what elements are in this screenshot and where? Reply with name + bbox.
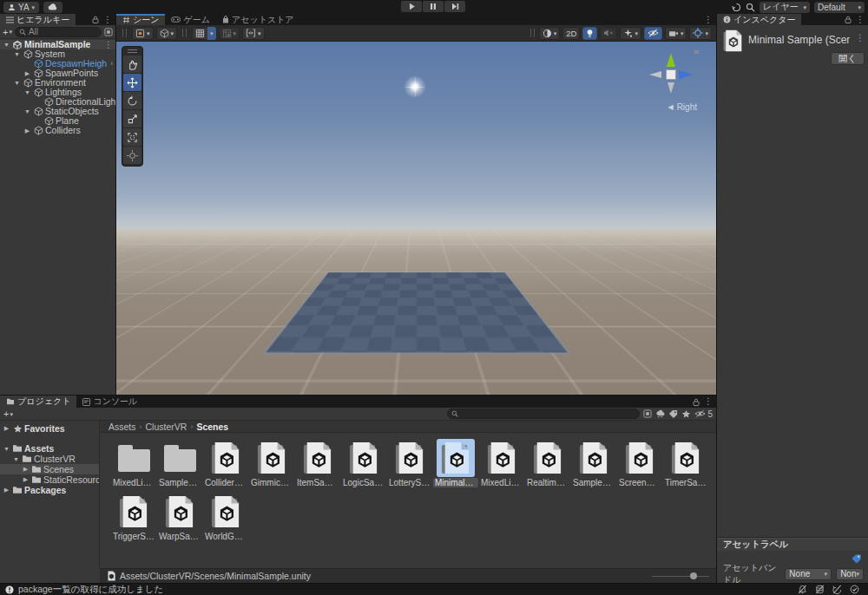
tab-inspector[interactable]: インスペクター (717, 14, 801, 25)
foldout-arrow[interactable]: ▶ (22, 476, 30, 483)
foldout-arrow[interactable]: ▶ (3, 425, 10, 432)
create-asset-button[interactable]: +▾ (3, 409, 13, 419)
hierarchy-item[interactable]: ▶SpawnPoints (0, 69, 115, 78)
foldout-arrow[interactable]: ▼ (3, 40, 10, 49)
panel-menu-icon[interactable]: ⋮ (704, 16, 713, 24)
tab-project[interactable]: プロジェクト (0, 396, 76, 408)
lock-icon[interactable] (92, 16, 99, 23)
slider-knob[interactable] (690, 572, 697, 579)
foldout-arrow[interactable]: ▼ (23, 88, 31, 97)
rect-tool-button[interactable] (123, 128, 141, 146)
tab-scene[interactable]: シーン (116, 14, 165, 25)
undo-history-icon[interactable] (732, 3, 741, 12)
2d-mode-button[interactable]: 2D (562, 27, 580, 40)
tab-console[interactable]: コンソール (76, 396, 143, 408)
lock-icon[interactable] (693, 398, 700, 406)
foldout-arrow[interactable]: ▼ (13, 49, 21, 59)
audio-mute-button[interactable] (600, 27, 617, 40)
orientation-gizmo[interactable] (643, 47, 699, 102)
foldout-arrow[interactable]: ▼ (3, 446, 10, 452)
asset-item[interactable]: MinimalS… (433, 439, 478, 487)
search-by-type-icon[interactable] (655, 409, 665, 418)
layout-dropdown[interactable]: Default▾ (814, 2, 865, 13)
hierarchy-item[interactable]: ▼MinimalSample⋮ (0, 40, 115, 49)
project-tree-item[interactable]: ▶Favorites (0, 423, 99, 434)
component-tools-button[interactable]: ▾ (689, 27, 712, 40)
cache-server-disabled-icon[interactable] (815, 585, 825, 594)
panel-menu-icon[interactable]: ⋮ (704, 397, 713, 406)
foldout-arrow[interactable]: ▼ (23, 107, 31, 116)
asset-item[interactable]: ScreenSa… (617, 439, 662, 487)
asset-item[interactable]: TriggerSa… (111, 493, 156, 541)
hierarchy-item[interactable]: DespawnHeigh› (0, 59, 115, 69)
notifications-muted-icon[interactable] (798, 585, 807, 594)
activity-ok-icon[interactable] (850, 585, 859, 594)
foldout-arrow[interactable]: ▶ (22, 466, 30, 473)
project-tree-item[interactable]: ▼ClusterVR (0, 454, 99, 464)
asset-item[interactable]: GimmickS… (249, 439, 294, 487)
hierarchy-item[interactable]: ▼System (0, 49, 115, 59)
window-picker-icon[interactable] (104, 28, 113, 36)
panel-menu-icon[interactable]: ⋮ (856, 16, 865, 24)
move-tool-button[interactable] (123, 74, 141, 91)
asset-item[interactable]: RealtimeL… (525, 439, 570, 487)
tool-settings-button[interactable]: ▾ (132, 27, 154, 40)
scene-visibility-button[interactable] (644, 27, 662, 40)
breadcrumb-item[interactable]: Assets (108, 422, 136, 432)
gizmo-center-cube[interactable] (666, 69, 676, 80)
header-menu-icon[interactable]: ⋮ (856, 29, 865, 42)
label-tag-icon[interactable] (851, 553, 862, 565)
transform-tool-button[interactable] (123, 147, 141, 164)
asset-item[interactable]: SampleSc… (571, 439, 616, 487)
gizmo-y-axis[interactable] (667, 53, 675, 67)
layers-dropdown[interactable]: レイヤー▾ (760, 2, 810, 13)
grid-snapping-button[interactable]: ▾ (219, 27, 240, 40)
asset-item[interactable]: ColliderS… (203, 439, 248, 487)
foldout-arrow[interactable]: ▶ (3, 487, 10, 494)
project-search-input[interactable] (461, 409, 635, 419)
prefab-open-arrow-icon[interactable]: › (110, 59, 113, 69)
asset-item[interactable]: MixedLight… (111, 439, 156, 487)
view-orientation-label[interactable]: ◀ Right (667, 102, 697, 112)
play-button[interactable] (401, 1, 422, 12)
hierarchy-item[interactable]: ▼Environment (0, 78, 115, 88)
project-tree-item[interactable]: ▶Packages (0, 485, 99, 495)
cloud-button[interactable] (43, 2, 62, 13)
hidden-packages-toggle[interactable]: 5 (694, 409, 713, 419)
overlay-handle[interactable] (128, 49, 137, 53)
asset-item[interactable]: LogicSamp… (341, 439, 386, 487)
asset-item[interactable]: WorldGate… (203, 493, 248, 541)
hierarchy-item[interactable]: Plane (0, 116, 115, 126)
rotate-tool-button[interactable] (123, 92, 141, 109)
asset-item[interactable]: LotterySa… (387, 439, 432, 487)
scale-tool-button[interactable] (123, 110, 141, 128)
project-tree-item[interactable]: ▼Assets (0, 443, 99, 454)
step-button[interactable] (444, 1, 465, 12)
account-button[interactable]: YA ▾ (3, 2, 39, 13)
project-search[interactable] (447, 409, 640, 419)
project-tree-item[interactable]: ▶Scenes (0, 464, 99, 474)
grid-visibility-button[interactable]: ▾ (192, 27, 216, 40)
toolbar-handle[interactable] (530, 29, 535, 37)
search-icon[interactable] (746, 3, 755, 12)
thumbnail-zoom-slider[interactable] (652, 572, 709, 580)
hierarchy-item[interactable]: ▼StaticObjects (0, 107, 115, 116)
asset-labels-header[interactable]: アセットラベル (717, 538, 868, 551)
plane-object[interactable] (266, 272, 568, 352)
window-picker-icon[interactable] (643, 409, 652, 418)
panel-menu-icon[interactable]: ⋮ (103, 16, 112, 24)
toolbar-handle[interactable] (122, 29, 127, 37)
tab-asset-store[interactable]: アセットストア (216, 14, 300, 25)
snap-increment-button[interactable]: ▾ (242, 27, 265, 40)
breadcrumb-item[interactable]: Scenes (196, 422, 228, 432)
hierarchy-search[interactable] (15, 27, 102, 37)
asset-bundle-variant-select[interactable]: Non▾ (836, 568, 864, 580)
asset-item[interactable]: TimerSam… (663, 439, 708, 487)
pause-button[interactable] (423, 1, 444, 12)
scene-menu-icon[interactable]: ⋮ (104, 40, 113, 49)
breadcrumb-item[interactable]: ClusterVR (146, 422, 187, 432)
asset-bundle-select[interactable]: None▾ (785, 568, 832, 580)
scene-lighting-button[interactable] (582, 27, 597, 40)
search-by-label-icon[interactable] (668, 409, 678, 419)
hierarchy-item[interactable]: DirectionalLight (0, 97, 115, 107)
